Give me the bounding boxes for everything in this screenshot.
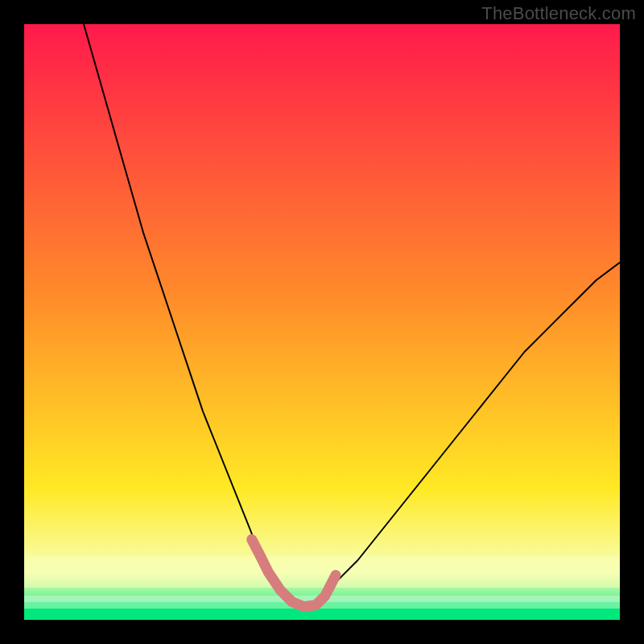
plot-area	[24, 24, 620, 620]
gradient-background	[24, 24, 620, 620]
pale-band	[24, 555, 620, 588]
chart-frame: TheBottleneck.com	[0, 0, 644, 644]
chart-svg	[24, 24, 620, 620]
green-base	[24, 609, 620, 620]
watermark-text: TheBottleneck.com	[481, 3, 636, 24]
